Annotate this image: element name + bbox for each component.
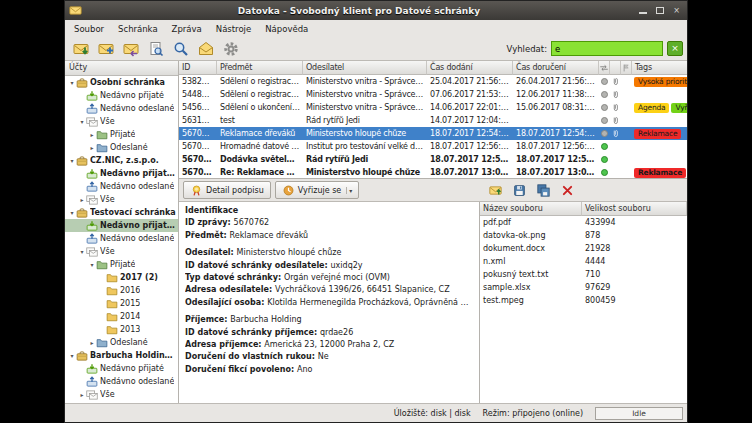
sidebar-item-v-e[interactable]: ▾Vše	[65, 245, 178, 258]
sidebar-item-ned-vno-odeslan[interactable]: Nedávno odeslané	[65, 375, 178, 388]
column-header-id[interactable]: ID	[179, 61, 217, 75]
column-header-flag-icon[interactable]	[621, 61, 632, 75]
menu-schr-nka[interactable]: Schránka	[111, 22, 165, 36]
expander-icon[interactable]: ▾	[78, 248, 86, 255]
attachment-row[interactable]: pdf.pdf433994	[480, 216, 687, 229]
sidebar-item-2014[interactable]: 2014	[65, 310, 178, 323]
sidebar-item-p-ijat[interactable]: ▾Přijaté	[65, 258, 178, 271]
expander-icon[interactable]: ▸	[88, 339, 96, 346]
sidebar-item-v-e[interactable]: ▾Vše	[65, 115, 178, 128]
sidebar-item-cz-nic-z-s-p-o[interactable]: ▾CZ.NIC, z.s.p.o.	[65, 154, 178, 167]
title-bar[interactable]: Datovka - Svobodný klient pro Datové sch…	[65, 1, 687, 20]
expander-icon[interactable]: ▾	[68, 157, 76, 164]
attachment-row[interactable]: sample.xlsx97629	[480, 281, 687, 294]
attachment-row[interactable]: dokument.docx21928	[480, 242, 687, 255]
attachment-filename: pdf.pdf	[480, 218, 582, 227]
sidebar-item-2013[interactable]: 2013	[65, 323, 178, 336]
message-row[interactable]: 5670825Re: Reklamace dřevákůMinisterstvo…	[179, 166, 687, 179]
toolbar-buttons	[69, 39, 242, 59]
column-header-p-edm-t[interactable]: Předmět	[217, 61, 303, 75]
message-contents-button[interactable]	[194, 39, 217, 59]
expander-icon[interactable]: ▾	[88, 261, 96, 268]
sidebar-item-ned-vno-p-ijat-4[interactable]: Nedávno přijaté (4)	[65, 167, 178, 180]
verify-message-button[interactable]	[144, 39, 167, 59]
column-header-as-dod-n[interactable]: Čas dodání	[427, 61, 513, 75]
expander-icon[interactable]: ▾	[68, 209, 76, 216]
minimize-button[interactable]	[636, 5, 649, 16]
maximize-button[interactable]	[653, 5, 666, 16]
close-button[interactable]: ×	[670, 5, 683, 16]
expander-icon[interactable]: ▸	[78, 196, 86, 203]
sidebar-item-ned-vno-odeslan[interactable]: Nedávno odeslané	[65, 180, 178, 193]
received-folder-icon	[96, 259, 108, 271]
reply-message-button[interactable]	[119, 39, 142, 59]
attachment-row[interactable]: datovka-ok.png878	[480, 229, 687, 242]
sidebar-item-ned-vno-odeslan[interactable]: Nedávno odeslané	[65, 232, 178, 245]
sidebar-item-ned-vno-p-ijat[interactable]: Nedávno přijaté	[65, 89, 178, 102]
sidebar-item-odeslan[interactable]: ▸Odeslané	[65, 336, 178, 349]
processing-state-dropdown[interactable]: Vyřizuje se ▾	[275, 181, 360, 199]
column-header-attachment-icon[interactable]	[610, 61, 621, 75]
message-delivery-time: 18.07.2017 12:59:19	[427, 155, 513, 164]
column-header-tags[interactable]: Tags	[632, 61, 687, 75]
column-header-read-status-icon[interactable]	[599, 61, 610, 75]
expander-icon[interactable]: ▸	[78, 391, 86, 398]
expander-icon[interactable]: ▸	[88, 131, 96, 138]
sidebar-item-ned-vno-p-ijat-2[interactable]: Nedávno přijaté (2)	[65, 219, 178, 232]
message-row[interactable]: 5448775Sdělení o registraci změny ...Min…	[179, 88, 687, 101]
sidebar-item-2016[interactable]: 2016	[65, 284, 178, 297]
expander-icon[interactable]: ▾	[68, 79, 76, 86]
message-row[interactable]: 5456112Sdělení o ukončení agendy ...Mini…	[179, 101, 687, 114]
sidebar-item-odeslan[interactable]: ▸Odeslané	[65, 141, 178, 154]
search-input[interactable]	[551, 41, 663, 56]
message-delivery-time: 25.04.2017 21:56:10	[427, 77, 513, 86]
signature-detail-button[interactable]: Detail podpisu	[183, 181, 271, 199]
sidebar-item-ned-vno-p-ijat[interactable]: Nedávno přijaté	[65, 362, 178, 375]
column-header-as-doru-en[interactable]: Čas doručení	[513, 61, 599, 75]
delete-attachment-button[interactable]	[557, 181, 578, 199]
clear-search-button[interactable]: ×	[667, 41, 683, 56]
sidebar-item-v-e[interactable]: ▸Vše	[65, 193, 178, 206]
detail-label: Odesílající osoba:	[185, 298, 267, 307]
sidebar-item-2015[interactable]: 2015	[65, 297, 178, 310]
search-message-button[interactable]	[169, 39, 192, 59]
menu-n-stroje[interactable]: Nástroje	[209, 22, 258, 36]
open-attachment-button[interactable]	[485, 181, 506, 199]
menu-n-pov-da[interactable]: Nápověda	[258, 22, 315, 36]
sidebar-item-osobn-schr-nka[interactable]: ▾Osobní schránka	[65, 76, 178, 89]
message-row[interactable]: 5670775Hromadné datové zprávyInstitut pr…	[179, 140, 687, 153]
column-header-filesize[interactable]: Velikost souboru	[582, 202, 687, 216]
expander-icon[interactable]: ▾	[68, 352, 76, 359]
sidebar-item-2017-2[interactable]: 2017 (2)	[65, 271, 178, 284]
column-header-filename[interactable]: Název souboru	[480, 202, 582, 216]
sidebar-item-v-e[interactable]: ▸Vše	[65, 388, 178, 401]
message-row[interactable]: 5670808Dodávka světelných mečůŘád rytířů…	[179, 153, 687, 166]
sidebar-item-ned-vno-odeslan[interactable]: Nedávno odeslané	[65, 102, 178, 115]
attachment-row[interactable]: test.mpeg800459	[480, 294, 687, 307]
attachment-row[interactable]: pokusný text.txt710	[480, 268, 687, 281]
save-attachment-button[interactable]	[509, 181, 530, 199]
all-messages-icon	[86, 389, 98, 401]
create-message-button[interactable]	[94, 39, 117, 59]
attachment-row[interactable]: n.xml4444	[480, 255, 687, 268]
message-row[interactable]: 5382287Sdělení o registraci změny ...Min…	[179, 75, 687, 88]
menu-zpr-va[interactable]: Zpráva	[165, 22, 209, 36]
sidebar-item-p-ijat[interactable]: ▸Přijaté	[65, 128, 178, 141]
menu-soubor[interactable]: Soubor	[67, 22, 111, 36]
envelope-new-icon	[98, 41, 114, 57]
expander-icon[interactable]: ▸	[88, 144, 96, 151]
attachment-filesize: 21928	[582, 244, 687, 253]
column-header-odes-latel[interactable]: Odesílatel	[303, 61, 427, 75]
read-status-cell	[599, 169, 610, 176]
message-row[interactable]: 5670762Reklamace dřevákůMinisterstvo hlo…	[179, 127, 687, 140]
sidebar-item-label: Vše	[100, 247, 115, 256]
message-row[interactable]: 5631398testŘád rytířů Jedi14.07.2017 12:…	[179, 114, 687, 127]
save-all-attachments-button[interactable]	[533, 181, 554, 199]
download-messages-button[interactable]	[69, 39, 92, 59]
read-status-cell	[599, 78, 610, 85]
sidebar-item-barbucha-holding-a-s[interactable]: ▾Barbucha Holding, a.s.	[65, 349, 178, 362]
expander-icon[interactable]: ▾	[78, 118, 86, 125]
message-acceptance-time: 18.07.2017 12:59:47	[513, 155, 599, 164]
sidebar-item-testovac-schr-nka[interactable]: ▾Testovací schránka	[65, 206, 178, 219]
settings-button[interactable]	[219, 39, 242, 59]
